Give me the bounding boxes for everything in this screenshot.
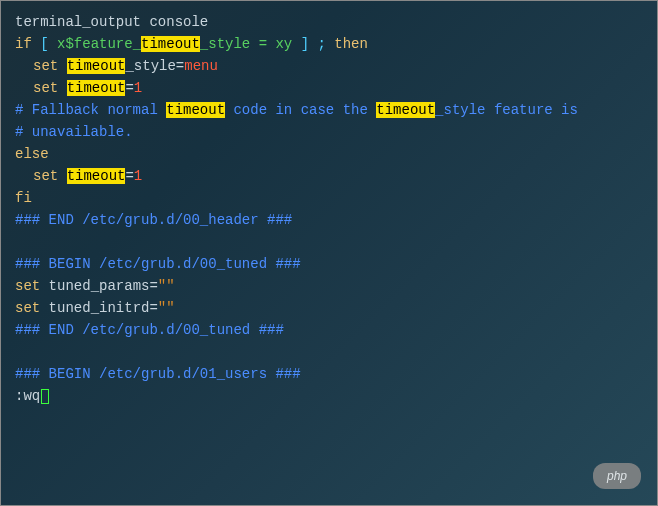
search-highlight: timeout xyxy=(67,80,126,96)
keyword-set: set xyxy=(33,80,58,96)
text: = xyxy=(125,168,133,184)
comment: # Fallback normal xyxy=(15,102,166,118)
keyword-fi: fi xyxy=(15,190,32,206)
text: terminal_output console xyxy=(15,14,208,30)
comment: _style feature is xyxy=(435,102,578,118)
search-highlight: timeout xyxy=(166,102,225,118)
blank-line xyxy=(15,231,643,253)
vim-command-text: :wq xyxy=(15,385,40,407)
code-line: # Fallback normal timeout code in case t… xyxy=(15,99,643,121)
watermark-badge: php xyxy=(593,463,641,489)
code-editor[interactable]: terminal_output console if [ x$feature_t… xyxy=(15,11,643,407)
code-line: # unavailable. xyxy=(15,121,643,143)
variable: x$feature_ xyxy=(57,36,141,52)
cursor-icon xyxy=(41,389,49,404)
code-line: fi xyxy=(15,187,643,209)
value: 1 xyxy=(134,80,142,96)
search-highlight: timeout xyxy=(376,102,435,118)
keyword-set: set xyxy=(33,58,58,74)
search-highlight: timeout xyxy=(67,58,126,74)
search-highlight: timeout xyxy=(141,36,200,52)
space xyxy=(58,168,66,184)
comment: ### BEGIN /etc/grub.d/01_users ### xyxy=(15,366,301,382)
variable: _style = xy xyxy=(200,36,292,52)
code-line: set timeout=1 xyxy=(15,77,643,99)
space xyxy=(58,80,66,96)
text: = xyxy=(125,80,133,96)
string: "" xyxy=(158,300,175,316)
keyword-set: set xyxy=(33,168,58,184)
code-line: set timeout_style=menu xyxy=(15,55,643,77)
code-line: set timeout=1 xyxy=(15,165,643,187)
comment: ### END /etc/grub.d/00_header ### xyxy=(15,212,292,228)
text: _style= xyxy=(125,58,184,74)
code-line: ### BEGIN /etc/grub.d/01_users ### xyxy=(15,363,643,385)
blank-line xyxy=(15,341,643,363)
keyword-if: if xyxy=(15,36,32,52)
code-line: ### BEGIN /etc/grub.d/00_tuned ### xyxy=(15,253,643,275)
vim-command-line[interactable]: :wq xyxy=(15,385,49,407)
code-line: else xyxy=(15,143,643,165)
comment: ### BEGIN /etc/grub.d/00_tuned ### xyxy=(15,256,301,272)
keyword-then: then xyxy=(334,36,368,52)
code-line: ### END /etc/grub.d/00_tuned ### xyxy=(15,319,643,341)
search-highlight: timeout xyxy=(67,168,126,184)
keyword-set: set xyxy=(15,278,40,294)
value: menu xyxy=(184,58,218,74)
text: tuned_initrd= xyxy=(40,300,158,316)
comment: code in case the xyxy=(225,102,376,118)
bracket: [ xyxy=(32,36,57,52)
comment: ### END /etc/grub.d/00_tuned ### xyxy=(15,322,284,338)
bracket: ] ; xyxy=(292,36,334,52)
string: "" xyxy=(158,278,175,294)
text: tuned_params= xyxy=(40,278,158,294)
code-line: set tuned_initrd="" xyxy=(15,297,643,319)
keyword-set: set xyxy=(15,300,40,316)
code-line: set tuned_params="" xyxy=(15,275,643,297)
code-line: if [ x$feature_timeout_style = xy ] ; th… xyxy=(15,33,643,55)
code-line: ### END /etc/grub.d/00_header ### xyxy=(15,209,643,231)
comment: # unavailable. xyxy=(15,124,133,140)
keyword-else: else xyxy=(15,146,49,162)
code-line: terminal_output console xyxy=(15,11,643,33)
space xyxy=(58,58,66,74)
value: 1 xyxy=(134,168,142,184)
